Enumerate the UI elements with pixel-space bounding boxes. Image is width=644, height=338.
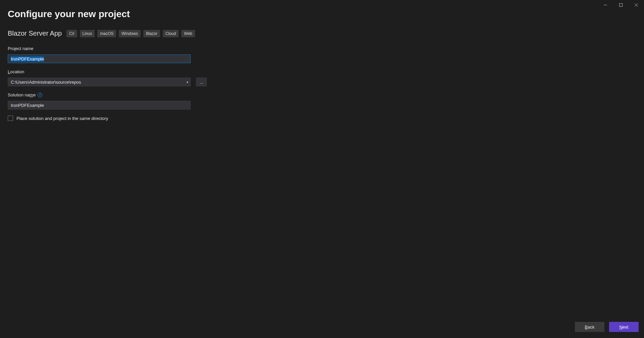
solution-name-label: Solution name xyxy=(8,92,36,97)
location-label: Location xyxy=(8,69,212,74)
location-group: Location C:\Users\Administrator\source\r… xyxy=(8,69,212,86)
footer-buttons: Back Next xyxy=(575,322,639,332)
minimize-icon xyxy=(604,3,607,7)
tag: Web xyxy=(181,30,195,37)
location-value: C:\Users\Administrator\source\repos xyxy=(11,80,81,85)
page-title: Configure your new project xyxy=(8,9,212,19)
browse-label: ... xyxy=(200,80,203,85)
location-combobox[interactable]: C:\Users\Administrator\source\repos ▾ xyxy=(8,78,191,86)
solution-name-label-row: Solution name i xyxy=(8,92,212,97)
tag: macOS xyxy=(97,30,116,37)
maximize-button[interactable] xyxy=(613,0,629,10)
template-tags: C# Linux macOS Windows Blazor Cloud Web xyxy=(66,30,195,37)
same-directory-label: Place solution and project in the same d… xyxy=(16,116,108,121)
location-row: C:\Users\Administrator\source\repos ▾ ..… xyxy=(8,78,212,86)
close-icon xyxy=(635,3,638,7)
solution-name-input[interactable] xyxy=(8,101,191,110)
same-directory-row: Place solution and project in the same d… xyxy=(8,116,212,121)
template-row: Blazor Server App C# Linux macOS Windows… xyxy=(8,30,212,37)
close-button[interactable] xyxy=(629,0,644,10)
template-name: Blazor Server App xyxy=(8,30,62,37)
same-directory-checkbox[interactable] xyxy=(8,116,13,121)
solution-name-group: Solution name i xyxy=(8,92,212,110)
info-icon[interactable]: i xyxy=(38,93,42,97)
tag: Blazor xyxy=(143,30,160,37)
project-name-group: Project name xyxy=(8,46,212,63)
project-name-label: Project name xyxy=(8,46,212,51)
next-button[interactable]: Next xyxy=(609,322,639,332)
window-titlebar xyxy=(598,0,644,10)
tag: Linux xyxy=(80,30,95,37)
tag: Windows xyxy=(119,30,141,37)
chevron-down-icon: ▾ xyxy=(187,80,188,84)
project-name-input[interactable] xyxy=(8,54,191,63)
main-content: Configure your new project Blazor Server… xyxy=(8,9,212,121)
minimize-button[interactable] xyxy=(598,0,613,10)
maximize-icon xyxy=(619,3,623,7)
browse-button[interactable]: ... xyxy=(196,78,207,86)
svg-rect-1 xyxy=(620,4,623,7)
tag: Cloud xyxy=(163,30,179,37)
tag: C# xyxy=(66,30,77,37)
back-button[interactable]: Back xyxy=(575,322,604,332)
